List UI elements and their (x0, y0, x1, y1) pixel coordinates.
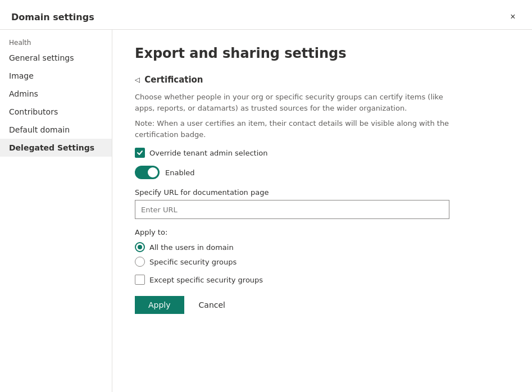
radio-all-users-label: All the users in domain (149, 243, 234, 252)
sidebar-item-delegated-settings[interactable]: Delegated Settings (0, 139, 112, 157)
main-content: Export and sharing settings ◁ Certificat… (112, 30, 532, 392)
description-1: Choose whether people in your org or spe… (135, 92, 449, 113)
sidebar-item-admins[interactable]: Admins (0, 85, 112, 103)
url-section: Specify URL for documentation page (135, 188, 510, 219)
apply-button[interactable]: Apply (135, 296, 184, 314)
radio-specific-groups-label: Specific security groups (149, 258, 237, 266)
except-checkbox-label: Except specific security groups (149, 276, 263, 284)
cancel-button[interactable]: Cancel (190, 296, 234, 314)
apply-to-label: Apply to: (135, 228, 510, 236)
toggle-knob (148, 167, 158, 177)
certification-section: ◁ Certification Choose whether people in… (135, 75, 510, 320)
description-2: Note: When a user certifies an item, the… (135, 118, 449, 140)
sidebar-item-image[interactable]: Image (0, 67, 112, 85)
sidebar: Health General settings Image Admins Con… (0, 30, 112, 392)
except-checkbox[interactable] (135, 275, 145, 285)
override-checkbox-row: Override tenant admin selection (135, 148, 510, 158)
enabled-toggle[interactable] (135, 166, 160, 179)
section-title: Certification (144, 75, 203, 85)
radio-all-users-dot (138, 245, 142, 249)
sidebar-item-general-settings[interactable]: General settings (0, 49, 112, 67)
modal-body: Health General settings Image Admins Con… (0, 30, 532, 392)
section-header[interactable]: ◁ Certification (135, 75, 510, 85)
modal-title: Domain settings (11, 12, 94, 22)
collapse-icon: ◁ (135, 76, 140, 84)
page-title: Export and sharing settings (135, 45, 510, 61)
toggle-label: Enabled (165, 168, 195, 177)
sidebar-item-contributors[interactable]: Contributors (0, 103, 112, 121)
modal-header: Domain settings × (0, 0, 532, 30)
toggle-row: Enabled (135, 166, 510, 179)
footer: Apply Cancel (135, 296, 510, 320)
radio-specific-groups[interactable] (135, 257, 145, 267)
except-checkbox-row: Except specific security groups (135, 275, 510, 285)
override-checkbox-label: Override tenant admin selection (149, 149, 267, 157)
url-input[interactable] (135, 200, 449, 219)
sidebar-item-default-domain[interactable]: Default domain (0, 121, 112, 139)
radio-all-users-row: All the users in domain (135, 242, 510, 252)
url-label: Specify URL for documentation page (135, 188, 510, 197)
close-button[interactable]: × (505, 9, 521, 25)
override-checkbox[interactable] (135, 148, 145, 158)
radio-specific-groups-row: Specific security groups (135, 257, 510, 267)
radio-all-users[interactable] (135, 242, 145, 252)
sidebar-section-health: Health (0, 34, 112, 49)
modal: Domain settings × Health General setting… (0, 0, 532, 392)
